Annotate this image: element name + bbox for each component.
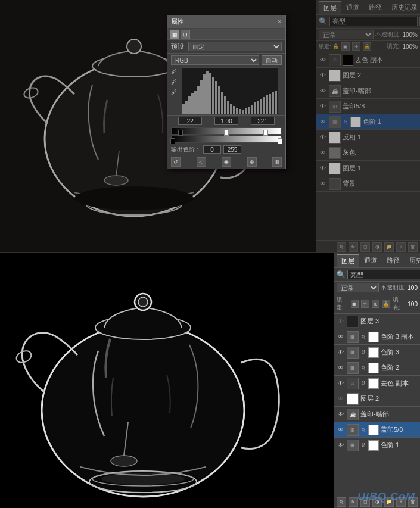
midtone-slider-handle[interactable] [224,130,229,136]
expand-icon[interactable]: ⊕ [247,157,257,167]
layer-visibility-layer1[interactable]: 👁 [319,164,327,173]
layer-item-gaiyin58[interactable]: 👁 ⊞ 盖印5/8 [316,99,420,114]
black-point-eyedropper[interactable]: 🖊 [170,67,178,76]
new-layer-icon[interactable]: + [396,242,406,252]
output-shadow-handle[interactable] [170,138,175,144]
layer-item-layer1[interactable]: 👁 图层 1 [316,161,420,176]
layer-visibility-layer2-b[interactable]: 👁 [337,395,345,403]
properties-histogram-tab[interactable]: ▦ [170,30,179,39]
effects-icon-bottom[interactable]: fx [349,497,358,507]
channel-select[interactable]: RGB [171,55,259,65]
lock-position-icon-bottom[interactable]: ✛ [361,300,369,308]
reset-icon[interactable]: ↺ [171,157,181,167]
output-shadow-input[interactable]: 0 [203,145,221,154]
layer-item-layer3-b[interactable]: 👁 图层 3 [334,314,420,329]
tab-history-top[interactable]: 历史记录 [387,1,420,14]
layer-visibility-sejie3-copy[interactable]: 👁 [337,333,345,341]
prev-icon[interactable]: ◁ [197,157,206,167]
output-highlight-handle[interactable] [278,138,282,144]
svg-rect-19 [203,74,206,114]
layer-visibility-background[interactable]: 👁 [319,180,327,188]
output-label: 输出色阶： [171,145,201,154]
tab-layers-bottom[interactable]: 图层 [337,254,359,267]
layer-visibility-gaiyin-zb-b[interactable]: 👁 [337,410,345,419]
auto-button[interactable]: 自动 [262,55,282,65]
new-group-icon[interactable]: 📁 [384,242,394,252]
blend-mode-select-bottom[interactable]: 正常 [337,283,379,292]
layer-item-layer2-b[interactable]: 👁 图层 2 [334,391,420,407]
lock-all-icon-bottom[interactable]: 🔒 [382,300,390,308]
tab-paths-top[interactable]: 路径 [364,1,387,14]
layer-item-sejie1[interactable]: 👁 ▦ ⛓ 色阶 1 [316,114,420,130]
layer-visibility-sejie3[interactable]: 👁 [337,348,345,357]
tab-layers-top[interactable]: 图层 [319,1,341,14]
output-gradient-slider[interactable] [171,136,282,143]
output-highlight-input[interactable]: 255 [223,145,241,154]
add-mask-icon[interactable]: ◻ [360,242,370,252]
visibility-icon[interactable]: ◉ [222,157,231,167]
tab-channels-top[interactable]: 通道 [341,1,364,14]
layer-visibility-quese-copy[interactable]: 👁 [319,56,327,64]
opacity-value-bottom: 100 [407,285,418,291]
properties-close-icon[interactable]: ✕ [277,18,282,25]
tab-history-bottom[interactable]: 历史记录 [405,254,420,267]
layer-label-gaiyin-zb: 盖印-嘴部 [343,86,418,95]
layer-visibility-layer2[interactable]: 👁 [319,71,327,80]
type-filter-top[interactable] [329,17,418,26]
midtone-eyedropper[interactable]: 🖊 [170,77,178,86]
layer-visibility-huise[interactable]: 👁 [319,149,327,157]
layer-visibility-gaiyin58[interactable]: 👁 [319,102,327,111]
layer-visibility-quese-copy-b[interactable]: 👁 [337,379,345,388]
properties-channel-row: RGB 自动 [167,54,285,67]
layer-visibility-gaiyin58-b[interactable]: 👁 [337,426,345,434]
lock-pixels-icon-bottom[interactable]: ▣ [351,300,359,308]
link-layers-icon[interactable]: ⛓ [337,242,346,252]
layer-visibility-gaiyin-zb[interactable]: 👁 [319,87,327,95]
shadow-input[interactable]: 22 [178,117,202,125]
type-filter-bottom[interactable] [347,270,420,279]
highlight-input[interactable]: 221 [251,117,275,125]
link-layers-icon-bottom[interactable]: ⛓ [337,497,346,507]
input-gradient-slider[interactable] [171,127,282,135]
effects-icon[interactable]: fx [349,242,358,252]
layer-label-sejie2: 色阶 2 [381,363,418,372]
add-adjustment-icon[interactable]: ◑ [372,242,382,252]
layer-item-quese-copy[interactable]: 👁 ⊡ 去色 副本 [316,52,420,68]
layer-item-background[interactable]: 👁 背景 [316,176,420,192]
tab-paths-bottom[interactable]: 路径 [382,254,405,267]
layer-item-gaiyin-zb-b[interactable]: 👁 ☕ 盖印-嘴部 [334,407,420,422]
delete-icon[interactable]: 🗑 [272,157,282,167]
search-icon: 🔍 [319,17,328,26]
lock-label-top: 锁定: 🔒 [319,43,339,51]
properties-curves-tab[interactable]: ⊡ [181,30,190,39]
canvas-bottom [0,253,334,508]
preset-select[interactable]: 自定 [188,42,282,51]
layer-visibility-fanxiang1[interactable]: 👁 [319,133,327,142]
tab-channels-bottom[interactable]: 通道 [359,254,382,267]
layer-visibility-sejie2[interactable]: 👁 [337,364,345,372]
lock-art-icon-bottom[interactable]: ⊕ [372,300,379,308]
layer-item-gaiyin-zb[interactable]: 👁 ☕ 盖印-嘴部 [316,83,420,99]
layer-item-quese-copy-b[interactable]: 👁 ⊡ ⛓ 去色 副本 [334,376,420,391]
shadow-slider-handle[interactable] [178,130,183,136]
white-point-eyedropper[interactable]: 🖊 [170,88,178,96]
layer-item-sejie2[interactable]: 👁 ▦ ⛓ 色阶 2 [334,360,420,376]
midtone-input[interactable]: 1.00 [214,117,238,125]
layer-item-sejie1-b[interactable]: 👁 ▦ ⛓ 色阶 1 [334,438,420,453]
layer-visibility-sejie1-b[interactable]: 👁 [337,441,345,450]
lock-position-icon[interactable]: ✛ [352,42,360,51]
layer-item-gaiyin58-b[interactable]: 👁 ⊞ ⛓ 盖印5/8 [334,422,420,438]
layer-visibility-sejie1[interactable]: 👁 [319,118,327,126]
highlight-slider-handle[interactable] [263,130,268,136]
layer-item-sejie3[interactable]: 👁 ▦ ⛓ 色阶 3 [334,345,420,360]
delete-layer-icon[interactable]: 🗑 [408,242,418,252]
layer-label-quese-copy-b: 去色 副本 [381,379,418,388]
layer-item-huise[interactable]: 👁 灰色 [316,145,420,161]
layer-visibility-layer3-b[interactable]: 👁 [337,317,345,326]
lock-pixels-icon[interactable]: ▣ [341,42,350,51]
blend-mode-select-top[interactable]: 正常 [319,30,374,39]
layer-item-fanxiang1[interactable]: 👁 反相 1 [316,130,420,145]
layer-item-sejie3-copy[interactable]: 👁 ▦ ⛓ 色阶 3 副本 [334,329,420,345]
lock-all-icon[interactable]: 🔒 [363,42,371,51]
layer-item-layer2[interactable]: 👁 图层 2 [316,68,420,83]
